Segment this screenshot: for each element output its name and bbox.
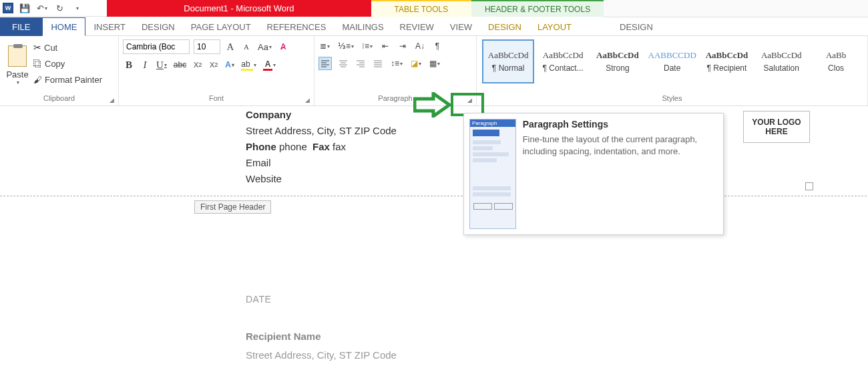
tab-review[interactable]: REVIEW [392,17,442,36]
logo-placeholder[interactable]: YOUR LOGO HERE [743,111,810,143]
subscript-button[interactable]: X2 [192,58,204,71]
styles-gallery[interactable]: AaBbCcDd¶ NormalAaBbCcDd¶ Contact...AaBb… [481,38,863,93]
tooltip-title: Paragraph Settings [523,119,718,130]
header-section-tag: First Page Header [194,200,271,214]
tab-insert[interactable]: INSERT [85,17,133,36]
superscript-button[interactable]: X2 [208,58,220,71]
show-marks-button[interactable]: ¶ [431,39,443,53]
table-end-marker [805,182,813,190]
doc-date[interactable]: DATE [246,291,397,309]
clipboard-group-label: Clipboard [4,93,114,104]
grow-font-button[interactable]: A [224,40,236,53]
tab-file[interactable]: FILE [0,17,42,36]
tab-home[interactable]: HOME [42,17,85,36]
clipboard-dialog-launcher[interactable]: ◢ [107,96,116,104]
tab-design[interactable]: DESIGN [134,17,183,36]
doc-recipient-name[interactable]: Recipient Name [246,327,397,347]
align-center-button[interactable] [337,57,349,70]
word-app-icon[interactable]: W [3,3,13,13]
qat-customize[interactable]: ▾ [71,2,83,14]
tooltip-body: Fine-tune the layout of the current para… [523,134,718,158]
tab-header-footer-design[interactable]: DESIGN [580,17,693,36]
doc-address[interactable]: Street Address, City, ST ZIP Code [246,123,397,139]
tab-table-layout[interactable]: LAYOUT [529,17,580,36]
styles-group-label: Styles [481,93,863,104]
header-boundary [0,196,868,196]
underline-button[interactable]: U▾ [155,58,168,71]
italic-button[interactable]: I [139,58,151,71]
style-item[interactable]: AaBbCcDd¶ Recipient [701,39,753,83]
scissors-icon: ✂ [33,42,41,53]
line-spacing-button[interactable]: ↕≡▾ [389,57,404,70]
tab-view[interactable]: VIEW [442,17,480,36]
undo-button[interactable]: ↶▾ [36,2,48,14]
style-item[interactable]: AaBbCcDdSalutation [755,39,807,83]
copy-button[interactable]: ⿻Copy [33,57,102,70]
style-item[interactable]: AaBbCcDd¶ Normal [482,39,534,83]
shrink-font-button[interactable]: A [240,40,252,53]
shading-button[interactable]: ◪▾ [409,57,423,70]
save-button[interactable]: 💾 [19,2,31,14]
clear-formatting-button[interactable]: A̷ [277,40,289,53]
instruction-arrow [413,92,452,118]
strikethrough-button[interactable]: abc [172,58,188,71]
format-painter-button[interactable]: 🖌Format Painter [33,73,102,86]
cut-button[interactable]: ✂Cut [33,41,102,54]
change-case-button[interactable]: Aa▾ [256,40,273,53]
bullets-button[interactable]: ≣▾ [318,39,331,53]
tab-mailings[interactable]: MAILINGS [334,17,391,36]
doc-phone-line[interactable]: Phone phone Fax fax [246,139,397,155]
numbering-button[interactable]: ⅓≡▾ [337,39,355,53]
paste-button[interactable]: Paste ▾ [4,38,31,93]
multilevel-list-button[interactable]: ⁝≡▾ [361,39,374,53]
paste-icon [8,45,27,67]
tooltip-preview-image: Paragraph [469,119,516,229]
borders-button[interactable]: ▦▾ [428,57,441,70]
doc-email[interactable]: Email [246,155,397,171]
font-color-button[interactable]: A▾ [262,58,277,71]
font-size-input[interactable] [194,39,220,54]
font-name-input[interactable] [123,39,190,54]
style-item[interactable]: AaBbCcDd¶ Contact... [537,39,589,83]
increase-indent-button[interactable]: ⇥ [397,39,409,53]
paintbrush-icon: 🖌 [33,75,42,85]
table-tools-context: TABLE TOOLS [371,0,471,17]
font-dialog-launcher[interactable]: ◢ [303,96,311,104]
tab-references[interactable]: REFERENCES [259,17,335,36]
text-effects-button[interactable]: A▾ [224,58,236,71]
doc-company[interactable]: Company [246,107,397,123]
doc-website[interactable]: Website [246,171,397,187]
header-footer-tools-context: HEADER & FOOTER TOOLS [471,0,604,17]
justify-button[interactable] [372,57,384,70]
style-item[interactable]: AaBbCcDdStrong [592,39,644,83]
style-item[interactable]: AABBCCDDDate [646,39,698,83]
bold-button[interactable]: B [123,58,135,71]
doc-recipient-address[interactable]: Street Address, City, ST ZIP Code [246,346,397,365]
align-right-button[interactable] [355,57,367,70]
tab-table-design[interactable]: DESIGN [480,17,529,36]
tab-page-layout[interactable]: PAGE LAYOUT [183,17,259,36]
style-item[interactable]: AaBbClos [810,39,862,83]
copy-icon: ⿻ [33,59,42,69]
align-left-button[interactable] [318,57,332,70]
paragraph-settings-tooltip: Paragraph Paragraph Settings Fine-tune t… [463,113,724,235]
highlight-button[interactable]: ab▾ [240,58,258,71]
window-title: Document1 - Microsoft Word [107,0,371,17]
font-group-label: Font [123,93,310,104]
sort-button[interactable]: A↓ [414,39,426,53]
redo-button[interactable]: ↻ [53,2,65,14]
decrease-indent-button[interactable]: ⇤ [379,39,391,53]
